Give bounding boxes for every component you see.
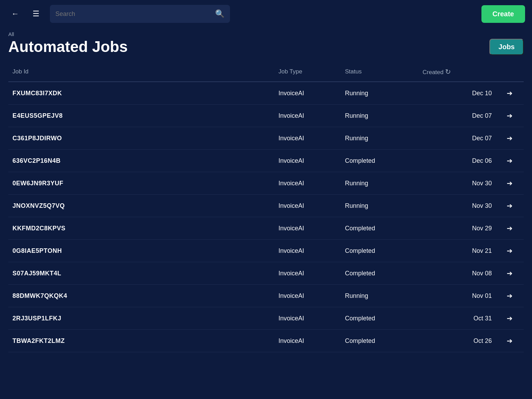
- cell-action[interactable]: ➔: [496, 150, 524, 172]
- cell-job-type: InvoiceAI: [274, 217, 341, 240]
- table-row[interactable]: 0G8IAE5PTONH InvoiceAI Completed Nov 21 …: [8, 240, 524, 262]
- cell-action[interactable]: ➔: [496, 262, 524, 285]
- row-navigate-button[interactable]: ➔: [507, 157, 513, 165]
- arrow-right-icon: ➔: [507, 112, 513, 120]
- cell-status: Completed: [341, 150, 418, 172]
- cell-created: Nov 29: [418, 217, 496, 240]
- cell-action[interactable]: ➔: [496, 105, 524, 127]
- page-header-left: All Automated Jobs: [8, 31, 128, 55]
- cell-action[interactable]: ➔: [496, 195, 524, 217]
- table-row[interactable]: TBWA2FKT2LMZ InvoiceAI Completed Oct 26 …: [8, 330, 524, 352]
- arrow-right-icon: ➔: [507, 247, 513, 255]
- cell-created: Nov 30: [418, 172, 496, 195]
- cell-created: Oct 26: [418, 330, 496, 352]
- back-button[interactable]: ←: [7, 6, 24, 22]
- table-row[interactable]: 636VC2P16N4B InvoiceAI Completed Dec 06 …: [8, 150, 524, 172]
- row-navigate-button[interactable]: ➔: [507, 292, 513, 300]
- cell-action[interactable]: ➔: [496, 82, 524, 105]
- cell-status: Completed: [341, 262, 418, 285]
- cell-job-type: InvoiceAI: [274, 307, 341, 330]
- cell-job-type: InvoiceAI: [274, 195, 341, 217]
- cell-status: Running: [341, 127, 418, 150]
- table-row[interactable]: KKFMD2C8KPVS InvoiceAI Completed Nov 29 …: [8, 217, 524, 240]
- cell-created: Nov 21: [418, 240, 496, 262]
- row-navigate-button[interactable]: ➔: [507, 202, 513, 210]
- arrow-right-icon: ➔: [507, 269, 513, 277]
- menu-button[interactable]: ☰: [28, 6, 44, 22]
- table-row[interactable]: 0EW6JN9R3YUF InvoiceAI Running Nov 30 ➔: [8, 172, 524, 195]
- row-navigate-button[interactable]: ➔: [507, 247, 513, 255]
- col-header-job-id: Job Id: [8, 62, 274, 82]
- back-icon: ←: [11, 9, 19, 18]
- cell-job-type: InvoiceAI: [274, 330, 341, 352]
- navbar: ← ☰ 🔍 Create: [0, 0, 532, 28]
- arrow-right-icon: ➔: [507, 337, 513, 345]
- col-header-action: [496, 62, 524, 82]
- cell-job-id: JNOXNVZ5Q7VQ: [8, 195, 274, 217]
- arrow-right-icon: ➔: [507, 202, 513, 210]
- search-input[interactable]: [55, 10, 212, 18]
- table-row[interactable]: FXUMC83I7XDK InvoiceAI Running Dec 10 ➔: [8, 82, 524, 105]
- row-navigate-button[interactable]: ➔: [507, 112, 513, 120]
- arrow-right-icon: ➔: [507, 134, 513, 142]
- cell-created: Nov 08: [418, 262, 496, 285]
- row-navigate-button[interactable]: ➔: [507, 269, 513, 277]
- cell-job-id: S07AJ59MKT4L: [8, 262, 274, 285]
- cell-job-type: InvoiceAI: [274, 240, 341, 262]
- cell-job-id: 0G8IAE5PTONH: [8, 240, 274, 262]
- col-header-job-type: Job Type: [274, 62, 341, 82]
- table-header-row: Job Id Job Type Status Created ↻: [8, 62, 524, 82]
- jobs-badge-button[interactable]: Jobs: [489, 39, 524, 55]
- row-navigate-button[interactable]: ➔: [507, 224, 513, 232]
- cell-action[interactable]: ➔: [496, 217, 524, 240]
- search-bar: 🔍: [50, 5, 230, 23]
- refresh-icon[interactable]: ↻: [445, 68, 451, 76]
- cell-action[interactable]: ➔: [496, 330, 524, 352]
- cell-status: Completed: [341, 217, 418, 240]
- table-row[interactable]: E4EUS5GPEJV8 InvoiceAI Running Dec 07 ➔: [8, 105, 524, 127]
- arrow-right-icon: ➔: [507, 89, 513, 97]
- cell-job-type: InvoiceAI: [274, 82, 341, 105]
- cell-status: Running: [341, 172, 418, 195]
- row-navigate-button[interactable]: ➔: [507, 134, 513, 142]
- row-navigate-button[interactable]: ➔: [507, 314, 513, 322]
- cell-job-type: InvoiceAI: [274, 127, 341, 150]
- search-button[interactable]: 🔍: [215, 9, 224, 18]
- cell-status: Completed: [341, 307, 418, 330]
- cell-created: Nov 30: [418, 195, 496, 217]
- cell-action[interactable]: ➔: [496, 127, 524, 150]
- create-button[interactable]: Create: [481, 5, 525, 23]
- cell-job-type: InvoiceAI: [274, 105, 341, 127]
- row-navigate-button[interactable]: ➔: [507, 89, 513, 97]
- cell-job-id: TBWA2FKT2LMZ: [8, 330, 274, 352]
- cell-job-id: 0EW6JN9R3YUF: [8, 172, 274, 195]
- arrow-right-icon: ➔: [507, 157, 513, 165]
- cell-action[interactable]: ➔: [496, 172, 524, 195]
- table-row[interactable]: 2RJ3USP1LFKJ InvoiceAI Completed Oct 31 …: [8, 307, 524, 330]
- row-navigate-button[interactable]: ➔: [507, 179, 513, 187]
- cell-job-type: InvoiceAI: [274, 262, 341, 285]
- cell-status: Completed: [341, 330, 418, 352]
- cell-created: Dec 06: [418, 150, 496, 172]
- cell-status: Running: [341, 105, 418, 127]
- cell-status: Running: [341, 195, 418, 217]
- cell-created: Oct 31: [418, 307, 496, 330]
- arrow-right-icon: ➔: [507, 314, 513, 322]
- cell-job-id: 636VC2P16N4B: [8, 150, 274, 172]
- arrow-right-icon: ➔: [507, 292, 513, 300]
- cell-action[interactable]: ➔: [496, 285, 524, 307]
- cell-job-type: InvoiceAI: [274, 285, 341, 307]
- cell-action[interactable]: ➔: [496, 240, 524, 262]
- row-navigate-button[interactable]: ➔: [507, 337, 513, 345]
- table-row[interactable]: 88DMWK7QKQK4 InvoiceAI Running Nov 01 ➔: [8, 285, 524, 307]
- table-row[interactable]: C361P8JDIRWO InvoiceAI Running Dec 07 ➔: [8, 127, 524, 150]
- cell-status: Running: [341, 82, 418, 105]
- cell-status: Running: [341, 285, 418, 307]
- table-row[interactable]: S07AJ59MKT4L InvoiceAI Completed Nov 08 …: [8, 262, 524, 285]
- table-row[interactable]: JNOXNVZ5Q7VQ InvoiceAI Running Nov 30 ➔: [8, 195, 524, 217]
- page-title: Automated Jobs: [8, 38, 128, 55]
- cell-status: Completed: [341, 240, 418, 262]
- cell-created: Dec 07: [418, 127, 496, 150]
- cell-action[interactable]: ➔: [496, 307, 524, 330]
- breadcrumb: All: [8, 31, 128, 37]
